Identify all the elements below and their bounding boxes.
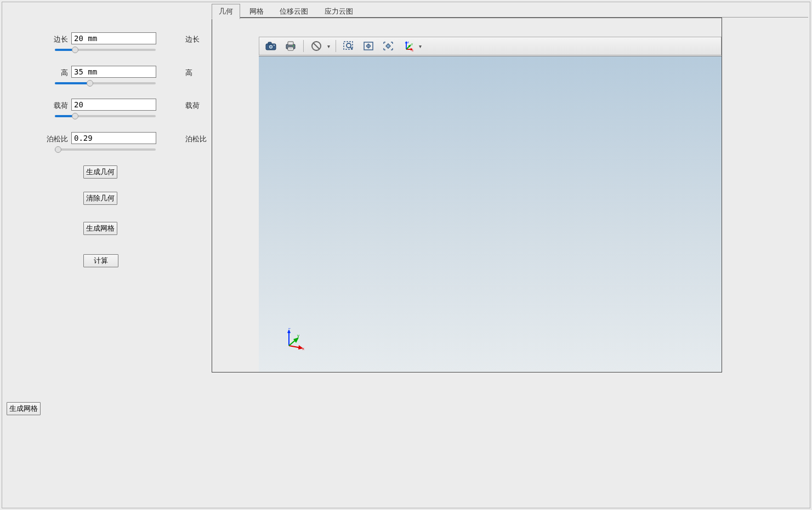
main-frame: 边长 边长 高 高 载荷 载荷 — [2, 2, 810, 508]
svg-rect-1 — [268, 42, 271, 44]
viewport-3d: ▾ — [212, 18, 722, 373]
compute-button[interactable]: 计算 — [83, 254, 118, 267]
toolbar-separator — [303, 40, 304, 52]
parameter-panel: 边长 边长 高 高 载荷 载荷 — [2, 2, 211, 508]
input-load[interactable] — [71, 99, 156, 111]
axis-x-label: x — [302, 346, 304, 350]
svg-rect-6 — [288, 42, 293, 45]
canvas-3d[interactable]: z x y — [259, 56, 722, 372]
pan-icon — [362, 41, 374, 51]
camera-icon — [265, 41, 277, 51]
label-load-right: 载荷 — [185, 101, 213, 111]
svg-point-9 — [293, 45, 294, 47]
svg-marker-27 — [287, 329, 291, 333]
snapshot-button[interactable] — [263, 39, 279, 53]
label-edge-left: 边长 — [2, 35, 68, 44]
slider-thumb[interactable] — [87, 80, 93, 87]
clear-geometry-button[interactable]: 清除几何 — [83, 192, 117, 205]
tabs-bar: 几何 网格 位移云图 应力云图 — [212, 4, 808, 18]
zoom-extents-icon — [382, 41, 394, 51]
svg-point-13 — [347, 43, 351, 48]
axis-y-label: y — [297, 333, 299, 338]
pan-button[interactable] — [360, 39, 377, 53]
label-poisson-right: 泊松比 — [185, 134, 213, 144]
svg-text:z: z — [407, 41, 409, 44]
svg-point-3 — [270, 46, 272, 48]
orientation-button[interactable]: z y x — [400, 39, 416, 53]
input-poisson[interactable] — [71, 132, 156, 144]
svg-rect-16 — [386, 44, 390, 48]
zoom-box-icon — [343, 41, 355, 51]
axes-triad-icon: z x y — [283, 328, 305, 350]
generate-geometry-button[interactable]: 生成几何 — [83, 165, 117, 179]
zoom-box-button[interactable] — [340, 39, 357, 53]
toolbar-separator — [336, 40, 336, 52]
zoom-extents-button[interactable] — [380, 39, 396, 53]
svg-text:x: x — [412, 49, 413, 51]
svg-line-11 — [314, 43, 320, 49]
label-height-right: 高 — [185, 68, 213, 78]
generate-mesh-bottom-button[interactable]: 生成网格 — [7, 402, 41, 415]
svg-point-4 — [274, 45, 275, 46]
slider-thumb[interactable] — [55, 146, 61, 153]
svg-marker-31 — [293, 337, 299, 343]
input-edge[interactable] — [71, 32, 156, 44]
label-load-left: 载荷 — [2, 101, 68, 111]
slider-thumb[interactable] — [72, 113, 78, 119]
axis-z-label: z — [288, 328, 291, 330]
tab-geometry[interactable]: 几何 — [212, 4, 240, 19]
input-height[interactable] — [71, 66, 156, 78]
slider-fill — [55, 82, 90, 84]
label-edge-right: 边长 — [185, 35, 213, 44]
print-button[interactable] — [282, 39, 299, 53]
axes-icon: z y x — [402, 41, 414, 51]
reset-view-button[interactable] — [308, 39, 325, 53]
svg-text:y: y — [411, 42, 413, 45]
slider-track — [55, 148, 156, 151]
label-height-left: 高 — [2, 68, 68, 78]
generate-mesh-button[interactable]: 生成网格 — [83, 222, 117, 235]
reset-view-dropdown[interactable]: ▾ — [326, 43, 331, 49]
printer-icon — [285, 41, 297, 51]
orientation-dropdown[interactable]: ▾ — [417, 43, 423, 49]
label-poisson-left: 泊松比 — [2, 134, 68, 144]
viewport-toolbar: ▾ — [259, 37, 722, 55]
no-entry-icon — [311, 41, 322, 51]
slider-thumb[interactable] — [72, 47, 78, 53]
